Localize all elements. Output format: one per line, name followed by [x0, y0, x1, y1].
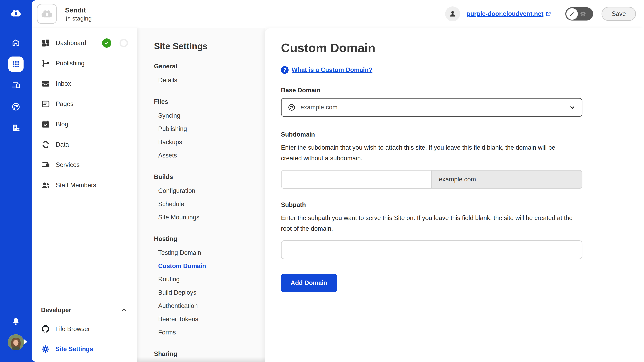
header: Sendit staging purple-door.cloudvent.net — [32, 0, 644, 28]
section-heading: Sharing — [154, 350, 259, 359]
subdomain-description: Enter the subdomain that you wish to att… — [281, 142, 577, 163]
nav-item-publishing[interactable]: Publishing — [32, 53, 137, 73]
site-logo — [37, 4, 57, 24]
bell-icon[interactable] — [12, 317, 20, 326]
nav-item-data[interactable]: Data — [32, 134, 137, 155]
apps-grid-icon[interactable] — [8, 56, 24, 72]
site-name: Sendit — [65, 6, 92, 14]
chevron-up-icon — [120, 307, 128, 314]
nav-label-dashboard: Dashboard — [56, 39, 86, 47]
settings-section-sharing: Sharing — [154, 350, 259, 359]
settings-gear-icon — [41, 345, 50, 354]
blog-icon — [41, 120, 50, 129]
settings-section-hosting: Hosting Testing Domain Custom Domain Rou… — [154, 235, 259, 339]
external-link-icon — [546, 11, 551, 17]
section-heading: General — [154, 62, 259, 71]
pages-icon — [41, 99, 50, 109]
section-heading: Hosting — [154, 235, 259, 243]
site-url-link[interactable]: purple-door.cloudvent.net — [466, 10, 551, 17]
nav-item-dashboard[interactable]: Dashboard — [32, 33, 137, 53]
nav-label-blog: Blog — [56, 121, 68, 128]
expand-arrow-icon[interactable] — [24, 339, 27, 345]
nav-item-pages[interactable]: Pages — [32, 94, 137, 114]
settings-item-site-mountings[interactable]: Site Mountings — [154, 211, 259, 224]
site-meta: Sendit staging — [65, 6, 92, 22]
services-icon — [41, 160, 50, 170]
settings-item-publishing[interactable]: Publishing — [154, 122, 259, 136]
branch-label: staging — [72, 15, 92, 22]
settings-item-authentication[interactable]: Authentication — [154, 299, 259, 313]
help-link-row[interactable]: ? What is a Custom Domain? — [281, 66, 372, 74]
subdomain-label: Subdomain — [281, 131, 628, 138]
settings-item-bearer-tokens[interactable]: Bearer Tokens — [154, 313, 259, 326]
settings-item-routing[interactable]: Routing — [154, 273, 259, 286]
account-button[interactable] — [445, 6, 460, 21]
subdomain-suffix: .example.com — [432, 171, 582, 188]
question-icon: ? — [281, 66, 288, 74]
subpath-description: Enter the subpath you want to serve this… — [281, 213, 577, 234]
nav-label-staff-members: Staff Members — [56, 182, 96, 189]
save-button[interactable]: Save — [602, 7, 636, 21]
settings-item-syncing[interactable]: Syncing — [154, 109, 259, 122]
primary-nav: Dashboard Publishing Inbox — [32, 28, 137, 362]
organization-icon[interactable] — [11, 123, 20, 132]
base-domain-value: example.com — [300, 104, 338, 111]
page-title: Custom Domain — [281, 41, 628, 55]
branch-row: staging — [65, 15, 92, 22]
nav-label-pages: Pages — [56, 100, 74, 108]
subdomain-input[interactable] — [282, 171, 432, 188]
nav-label-inbox: Inbox — [56, 80, 71, 87]
synced-check-icon — [102, 38, 111, 48]
settings-nav-title: Site Settings — [154, 41, 259, 51]
add-domain-button[interactable]: Add Domain — [281, 274, 337, 292]
app-rail — [0, 0, 32, 362]
settings-item-forms[interactable]: Forms — [154, 326, 259, 339]
settings-section-files: Files Syncing Publishing Backups Assets — [154, 97, 259, 162]
chevron-down-icon — [569, 104, 576, 111]
home-icon[interactable] — [11, 38, 20, 47]
settings-item-custom-domain[interactable]: Custom Domain — [154, 259, 259, 273]
subpath-label: Subpath — [281, 201, 628, 209]
globe-icon — [288, 103, 296, 111]
git-branch-icon — [65, 16, 70, 21]
settings-section-builds: Builds Configuration Schedule Site Mount… — [154, 173, 259, 224]
help-link[interactable]: What is a Custom Domain? — [292, 66, 372, 74]
site-url-text: purple-door.cloudvent.net — [466, 10, 544, 17]
settings-item-configuration[interactable]: Configuration — [154, 184, 259, 198]
subdomain-group: .example.com — [281, 170, 582, 189]
settings-item-testing-domain[interactable]: Testing Domain — [154, 246, 259, 259]
editor-mode-toggle[interactable] — [565, 7, 593, 20]
nav-item-file-browser[interactable]: File Browser — [32, 319, 137, 339]
nav-label-site-settings: Site Settings — [55, 346, 93, 353]
nav-item-inbox[interactable]: Inbox — [32, 73, 137, 94]
base-domain-select[interactable]: example.com — [281, 98, 582, 117]
edit-mode-knob — [566, 8, 578, 20]
globe-icon[interactable] — [11, 102, 20, 111]
settings-section-general: General Details — [154, 62, 259, 87]
settings-item-details[interactable]: Details — [154, 74, 259, 87]
avatar[interactable] — [8, 334, 24, 350]
staff-icon — [41, 181, 50, 190]
nav-item-staff-members[interactable]: Staff Members — [32, 175, 137, 195]
developer-label: Developer — [41, 307, 71, 314]
settings-item-schedule[interactable]: Schedule — [154, 198, 259, 211]
nav-item-site-settings[interactable]: Site Settings — [32, 339, 137, 359]
developer-section: Developer File Browser — [32, 301, 137, 359]
section-heading: Builds — [154, 173, 259, 181]
nav-label-publishing: Publishing — [56, 60, 84, 67]
nav-label-services: Services — [56, 161, 80, 169]
settings-item-assets[interactable]: Assets — [154, 149, 259, 162]
developer-collapse-header[interactable]: Developer — [32, 301, 137, 319]
nav-item-services[interactable]: Services — [32, 155, 137, 175]
nav-item-blog[interactable]: Blog — [32, 114, 137, 134]
dashboard-icon — [41, 38, 50, 48]
pencil-icon — [569, 10, 576, 17]
settings-item-build-deploys[interactable]: Build Deploys — [154, 286, 259, 299]
main-content: Custom Domain ? What is a Custom Domain?… — [265, 28, 644, 362]
subpath-input[interactable] — [281, 240, 582, 259]
github-icon — [41, 325, 50, 334]
devices-icon[interactable] — [11, 81, 20, 90]
person-icon — [448, 10, 457, 18]
settings-item-backups[interactable]: Backups — [154, 136, 259, 149]
site-settings-nav: Site Settings General Details Files Sync… — [137, 28, 265, 362]
